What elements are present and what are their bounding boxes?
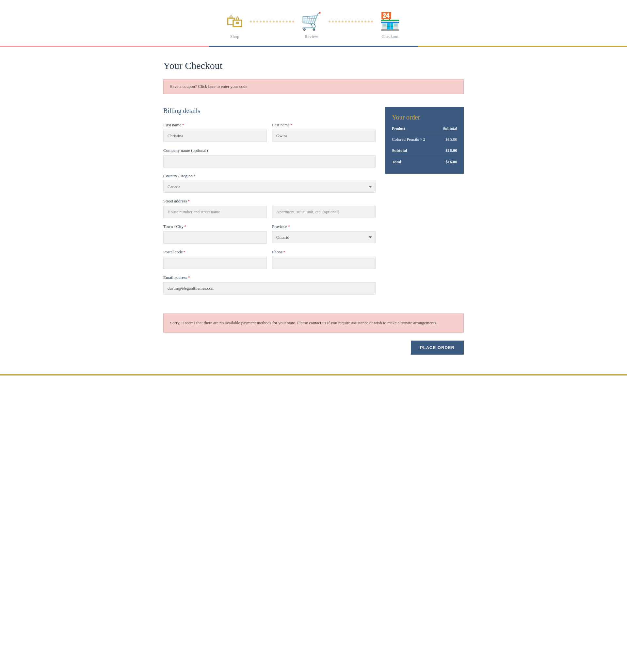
last-name-label: Last name*: [272, 122, 376, 128]
email-input[interactable]: [163, 282, 376, 294]
first-name-input[interactable]: [163, 129, 267, 142]
payment-notice: Sorry, it seems that there are no availa…: [163, 313, 464, 333]
phone-label: Phone*: [272, 249, 376, 255]
city-input[interactable]: [163, 231, 267, 244]
country-select[interactable]: Canada United States: [163, 181, 376, 193]
apt-input[interactable]: [272, 206, 376, 218]
dots-1: [243, 21, 301, 23]
step-shop: 🛍 Shop: [226, 13, 243, 39]
main-content: Your Checkout Have a coupon? Click here …: [157, 47, 470, 374]
col-product: Product: [392, 126, 438, 134]
street-input[interactable]: [163, 206, 267, 218]
phone-group: Phone*: [272, 249, 376, 269]
first-name-group: First name*: [163, 122, 267, 142]
product-subtotal: $16.00: [438, 134, 457, 145]
city-group: Town / City*: [163, 224, 267, 244]
country-label: Country / Region*: [163, 173, 376, 178]
company-input[interactable]: [163, 155, 376, 168]
step-shop-label: Shop: [230, 34, 239, 39]
place-order-button[interactable]: PLACE ORDER: [411, 341, 464, 355]
order-table: Product Subtotal Colored Pencils × 2 $16…: [392, 126, 457, 167]
table-row: Colored Pencils × 2 $16.00: [392, 134, 457, 145]
progress-bar: [0, 46, 627, 47]
billing-form: Billing details First name* Last name*: [163, 107, 376, 301]
progress-bar-blue: [209, 46, 418, 47]
apt-group: [272, 206, 376, 218]
subtotal-row: Subtotal $16.00: [392, 145, 457, 156]
country-row: Country / Region* Canada United States: [163, 173, 376, 193]
email-label: Email address*: [163, 275, 376, 280]
company-label: Company name (optional): [163, 148, 376, 153]
postal-label: Postal code*: [163, 249, 267, 255]
subtotal-label: Subtotal: [392, 145, 438, 156]
page-title: Your Checkout: [163, 60, 464, 71]
step-review: 🛒 Review: [301, 13, 322, 39]
email-group: Email address*: [163, 275, 376, 294]
progress-bar-pink: [0, 46, 209, 47]
street-group: Street address*: [163, 198, 267, 218]
company-row: Company name (optional): [163, 148, 376, 168]
first-name-label: First name*: [163, 122, 267, 128]
last-name-group: Last name*: [272, 122, 376, 142]
province-group: Province* Ontario British Columbia Quebe…: [272, 224, 376, 244]
steps-row: 🛍 Shop 🛒 Review: [163, 13, 464, 39]
col-subtotal: Subtotal: [438, 126, 457, 134]
subtotal-value: $16.00: [438, 145, 457, 156]
progress-bar-gold: [418, 46, 627, 47]
country-group: Country / Region* Canada United States: [163, 173, 376, 193]
step-checkout: 🏪 Checkout: [380, 13, 401, 39]
product-name: Colored Pencils × 2: [392, 134, 438, 145]
dots-2: [322, 21, 380, 23]
coupon-text: Have a coupon? Click here to enter your …: [169, 84, 247, 89]
street-row: Street address*: [163, 198, 376, 218]
phone-input[interactable]: [272, 257, 376, 269]
email-row: Email address*: [163, 275, 376, 294]
review-icon: 🛒: [301, 13, 322, 30]
place-order-row: PLACE ORDER: [163, 341, 464, 355]
total-value: $16.00: [438, 156, 457, 168]
order-title: Your order: [392, 114, 457, 121]
city-province-row: Town / City* Province* Ontario British C…: [163, 224, 376, 244]
postal-input[interactable]: [163, 257, 267, 269]
last-name-input[interactable]: [272, 129, 376, 142]
province-select[interactable]: Ontario British Columbia Quebec: [272, 231, 376, 243]
coupon-banner[interactable]: Have a coupon? Click here to enter your …: [163, 79, 464, 94]
postal-phone-row: Postal code* Phone*: [163, 249, 376, 269]
checkout-steps: 🛍 Shop 🛒 Review: [157, 0, 470, 39]
total-label: Total: [392, 156, 438, 168]
city-label: Town / City*: [163, 224, 267, 229]
street-label: Street address*: [163, 198, 267, 204]
checkout-icon: 🏪: [380, 13, 401, 30]
billing-title: Billing details: [163, 107, 376, 115]
payment-notice-text: Sorry, it seems that there are no availa…: [170, 320, 437, 325]
step-review-label: Review: [305, 34, 318, 39]
total-row: Total $16.00: [392, 156, 457, 168]
bottom-bar: [0, 374, 627, 376]
name-row: First name* Last name*: [163, 122, 376, 142]
shop-icon: 🛍: [226, 13, 243, 30]
checkout-layout: Billing details First name* Last name*: [163, 107, 464, 301]
province-label: Province*: [272, 224, 376, 229]
step-checkout-label: Checkout: [382, 34, 399, 39]
order-summary: Your order Product Subtotal Colored Penc…: [385, 107, 464, 174]
postal-group: Postal code*: [163, 249, 267, 269]
company-group: Company name (optional): [163, 148, 376, 168]
